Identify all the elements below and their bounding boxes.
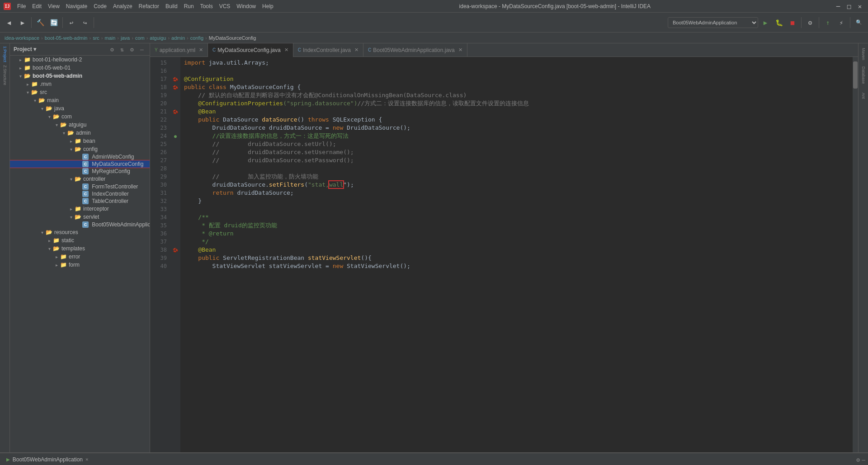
sidebar-left: 1:Project Z:Structure bbox=[0, 43, 10, 452]
back-button[interactable]: ◀ bbox=[3, 16, 15, 29]
tab-boot05-close[interactable]: ✕ bbox=[458, 47, 462, 53]
tab-mydatasource-close[interactable]: ✕ bbox=[284, 47, 288, 53]
menu-window[interactable]: Window bbox=[234, 2, 259, 10]
tree-item-src[interactable]: ▾📂src bbox=[10, 88, 150, 96]
update-button[interactable]: ↑ bbox=[821, 16, 834, 29]
debug-button[interactable]: 🐛 bbox=[773, 16, 785, 29]
stop-button[interactable]: ■ bbox=[786, 16, 799, 29]
tree-item-bean[interactable]: ▸📁bean bbox=[10, 137, 150, 145]
tree-item-controller[interactable]: ▾📂controller bbox=[10, 175, 150, 183]
yml-icon: Y bbox=[155, 47, 158, 52]
maven-icon[interactable]: Maven bbox=[859, 45, 868, 63]
project-panel: Project ▾ ⚙ ⇅ ⚙ — ▸📁boot-01-helloworld-2… bbox=[10, 43, 150, 452]
tree-item-boot05wadmin[interactable]: ▾📂boot-05-web-admin bbox=[10, 72, 150, 80]
breadcrumb-atguigu[interactable]: atguigu bbox=[150, 35, 166, 41]
project-settings-icon[interactable]: ⚙ bbox=[108, 45, 116, 53]
app-icon: IJ bbox=[4, 3, 11, 10]
run-tab-close[interactable]: ✕ bbox=[85, 456, 89, 462]
sync-button[interactable]: 🔄 bbox=[47, 16, 60, 29]
menu-refactor[interactable]: Refactor bbox=[136, 2, 162, 10]
menu-navigate[interactable]: Navigate bbox=[63, 2, 90, 10]
profile-button[interactable]: ⚡ bbox=[835, 16, 848, 29]
forward-button[interactable]: ▶ bbox=[16, 16, 29, 29]
editor-tabs: Y application.yml ✕ C MyDataSourceConfig… bbox=[150, 43, 858, 57]
tree-item-Boot05WebAdminApplication[interactable]: C Boot05WebAdminApplication bbox=[10, 221, 150, 228]
java-index-icon: C bbox=[298, 47, 301, 52]
bottom-minimize-icon[interactable]: — bbox=[862, 456, 865, 463]
tree-item-config[interactable]: ▾📂config bbox=[10, 145, 150, 153]
menu-tools[interactable]: Tools bbox=[198, 2, 216, 10]
editor-scrollbar[interactable] bbox=[853, 57, 858, 452]
breadcrumb-workspace[interactable]: idea-workspace bbox=[5, 35, 39, 41]
sidebar-project-icon[interactable]: 1:Project bbox=[1, 45, 9, 63]
undo-button[interactable]: ↩ bbox=[65, 16, 78, 29]
tree-item-resources[interactable]: ▾📂resources bbox=[10, 228, 150, 236]
ant-icon[interactable]: Ant bbox=[859, 87, 868, 105]
run-tab[interactable]: ▶ Boot05WebAdminApplication ✕ bbox=[3, 453, 92, 465]
run-button[interactable]: ▶ bbox=[759, 16, 772, 29]
tree-item-mvn[interactable]: ▸📁.mvn bbox=[10, 80, 150, 88]
tree-item-error[interactable]: ▸📁error bbox=[10, 253, 150, 261]
tb-separator-2 bbox=[62, 17, 63, 28]
tree-item-java[interactable]: ▾📂java bbox=[10, 104, 150, 113]
tree-item-atguigu[interactable]: ▾📂atguigu bbox=[10, 121, 150, 129]
tree-item-static[interactable]: ▸📁static bbox=[10, 236, 150, 244]
database-icon[interactable]: Database bbox=[859, 66, 868, 84]
breadcrumb-com[interactable]: com bbox=[135, 35, 145, 41]
main-layout: 1:Project Z:Structure Project ▾ ⚙ ⇅ ⚙ — … bbox=[0, 43, 868, 452]
minimize-button[interactable]: ─ bbox=[834, 2, 843, 11]
tab-indexcontroller-close[interactable]: ✕ bbox=[354, 47, 359, 53]
tree-item-templates[interactable]: ▾📂templates bbox=[10, 244, 150, 253]
breadcrumb-config[interactable]: config bbox=[190, 35, 203, 41]
tree-item-interceptor[interactable]: ▸📁interceptor bbox=[10, 205, 150, 213]
menu-help[interactable]: Help bbox=[259, 2, 276, 10]
menu-file[interactable]: File bbox=[14, 2, 28, 10]
tb-separator-5 bbox=[819, 17, 819, 28]
menu-vcs[interactable]: VCS bbox=[217, 2, 233, 10]
tree-item-admin[interactable]: ▾📂admin bbox=[10, 129, 150, 137]
menu-build[interactable]: Build bbox=[163, 2, 180, 10]
code-editor[interactable]: import java.util.Arrays;@Configurationpu… bbox=[180, 57, 853, 452]
project-expand-icon[interactable]: ⇅ bbox=[118, 45, 126, 53]
bottom-settings-icon[interactable]: ⚙ bbox=[856, 456, 860, 463]
tab-application-close[interactable]: ✕ bbox=[199, 47, 203, 53]
java-tab-icon: C bbox=[212, 47, 216, 52]
tree-item-com[interactable]: ▾📂com bbox=[10, 113, 150, 121]
run-config-select[interactable]: Boot05WebAdminApplication bbox=[668, 17, 758, 28]
search-everywhere-button[interactable]: 🔍 bbox=[853, 16, 865, 29]
menu-edit[interactable]: Edit bbox=[29, 2, 44, 10]
tree-item-servlet[interactable]: ▾📂servlet bbox=[10, 213, 150, 221]
tab-mydatasource[interactable]: C MyDataSourceConfig.java ✕ bbox=[208, 43, 293, 57]
breadcrumb-java[interactable]: java bbox=[121, 35, 130, 41]
editor-area: Y application.yml ✕ C MyDataSourceConfig… bbox=[150, 43, 858, 452]
close-button[interactable]: ✕ bbox=[855, 2, 864, 11]
tree-item-MyDataSourceConfig[interactable]: C MyDataSourceConfig bbox=[10, 160, 150, 168]
settings-button[interactable]: ⚙ bbox=[804, 16, 816, 29]
project-gear-icon[interactable]: ⚙ bbox=[128, 45, 136, 53]
breadcrumb-admin[interactable]: admin bbox=[171, 35, 185, 41]
tree-item-IndexController[interactable]: C IndexController bbox=[10, 190, 150, 197]
menu-code[interactable]: Code bbox=[91, 2, 109, 10]
tree-item-form[interactable]: ▸📁form bbox=[10, 261, 150, 269]
tree-item-MyRegistConfig[interactable]: C MyRegistConfig bbox=[10, 168, 150, 175]
tree-item-main[interactable]: ▾📂main bbox=[10, 96, 150, 104]
tree-item-boot01[interactable]: ▸📁boot-01-helloworld-2 bbox=[10, 56, 150, 64]
breadcrumb-main[interactable]: main bbox=[105, 35, 116, 41]
tab-boot05app[interactable]: C Boot05WebAdminApplication.java ✕ bbox=[363, 43, 467, 57]
tree-item-FormTestController[interactable]: C FormTestController bbox=[10, 183, 150, 190]
breadcrumb-module[interactable]: boot-05-web-admin bbox=[45, 35, 88, 41]
tree-item-TableController[interactable]: C TableController bbox=[10, 197, 150, 205]
project-close-icon[interactable]: — bbox=[138, 45, 146, 53]
tree-item-boot05w01[interactable]: ▸📁boot-05-web-01 bbox=[10, 64, 150, 72]
build-button[interactable]: 🔨 bbox=[34, 16, 47, 29]
redo-button[interactable]: ↪ bbox=[79, 16, 91, 29]
sidebar-structure-icon[interactable]: Z:Structure bbox=[1, 66, 9, 84]
menu-analyze[interactable]: Analyze bbox=[110, 2, 135, 10]
maximize-button[interactable]: □ bbox=[844, 2, 854, 11]
menu-run[interactable]: Run bbox=[181, 2, 197, 10]
tab-indexcontroller[interactable]: C IndexController.java ✕ bbox=[293, 43, 363, 57]
menu-view[interactable]: View bbox=[45, 2, 62, 10]
breadcrumb-src[interactable]: src bbox=[93, 35, 99, 41]
tree-item-AdminWebConfig[interactable]: C AdminWebConfig bbox=[10, 153, 150, 160]
tab-application-yml[interactable]: Y application.yml ✕ bbox=[150, 43, 208, 57]
